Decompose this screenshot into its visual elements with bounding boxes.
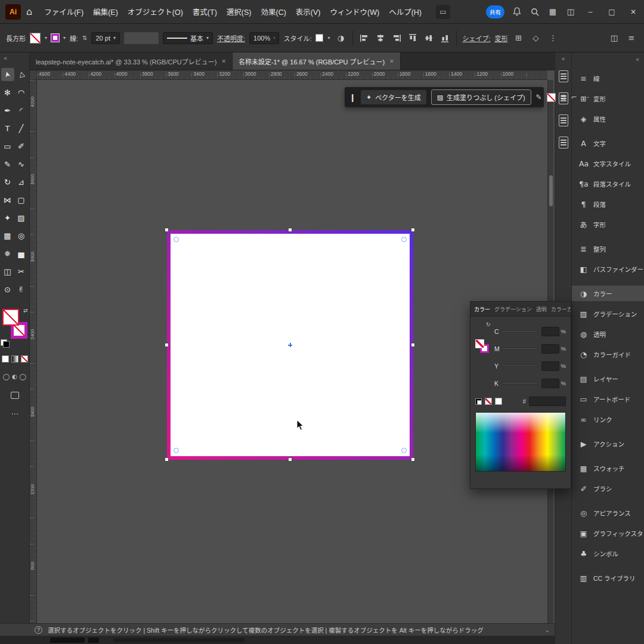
corner-widget-sw[interactable] bbox=[174, 448, 179, 453]
panel-tab-graphic-styles[interactable]: ▣グラフィックスタイル bbox=[572, 525, 644, 541]
menu-view[interactable]: 表示(V) bbox=[291, 4, 326, 20]
control-bar-menu-icon[interactable]: ≡ bbox=[625, 32, 638, 45]
selection-handle-e[interactable] bbox=[411, 343, 415, 347]
stroke-options-icon[interactable]: ≣ bbox=[561, 93, 566, 101]
collapse-strip-icon[interactable]: « bbox=[555, 52, 571, 70]
mesh-tool[interactable]: ▦ bbox=[1, 229, 14, 242]
pen-tool[interactable]: ✒ bbox=[1, 104, 14, 117]
menu-type[interactable]: 書式(T) bbox=[188, 4, 222, 20]
blend-tool[interactable]: ◎ bbox=[15, 229, 28, 242]
window-maximize-button[interactable]: □ bbox=[605, 8, 619, 16]
selection-handle-ne[interactable] bbox=[411, 228, 415, 232]
stroke-color-swatch[interactable] bbox=[51, 34, 59, 42]
width-tool[interactable]: ⋈ bbox=[1, 193, 14, 206]
cyan-slider[interactable] bbox=[501, 330, 538, 332]
stroke-weight-stepper[interactable]: ⇅ bbox=[82, 35, 87, 41]
document-tab-2[interactable]: 名称未設定-1* @ 16.67 % (RGB/CPU プレビュー) ✕ bbox=[233, 52, 401, 70]
edit-toolbar-icon[interactable]: ⋯ bbox=[0, 410, 29, 418]
selection-handle-se[interactable] bbox=[411, 457, 415, 462]
align-top-button[interactable] bbox=[407, 32, 419, 44]
yellow-value-field[interactable] bbox=[541, 361, 559, 371]
artboard-nav-field[interactable] bbox=[88, 637, 99, 643]
gradient-tool[interactable]: ▨ bbox=[15, 211, 28, 224]
document-tab-1[interactable]: leapstep-note-eyecatch.ai* @ 33.33 % (RG… bbox=[30, 52, 233, 70]
panel-tab-pathfinder[interactable]: ◧パスファインダー bbox=[572, 261, 644, 277]
hand-tool[interactable]: ✌ bbox=[15, 283, 28, 296]
align-middle-button[interactable] bbox=[423, 32, 435, 44]
draw-inside-icon[interactable]: ◯ bbox=[20, 373, 26, 380]
selection-handle-w[interactable] bbox=[165, 343, 169, 347]
scrollbar-thumb[interactable] bbox=[549, 175, 553, 206]
color-button[interactable] bbox=[2, 355, 9, 363]
panel-tab-gradient[interactable]: ▨グラデーション bbox=[572, 306, 644, 321]
panel-tab-color[interactable]: ◑カラー bbox=[572, 286, 644, 301]
magenta-value-field[interactable] bbox=[541, 344, 559, 354]
shaper-tool[interactable]: ∿ bbox=[15, 157, 28, 171]
more-options-icon[interactable]: ⋮ bbox=[547, 32, 560, 45]
selection-handle-sw[interactable] bbox=[165, 457, 169, 462]
menu-file[interactable]: ファイル(F) bbox=[39, 4, 88, 20]
free-transform-tool[interactable]: ▢ bbox=[15, 193, 28, 206]
rectangle-tool[interactable]: ▭ bbox=[1, 140, 14, 153]
tab-close-icon[interactable]: ✕ bbox=[389, 58, 394, 64]
menu-window[interactable]: ウィンドウ(W) bbox=[326, 4, 385, 20]
recolor-artwork-icon[interactable]: ◑ bbox=[334, 32, 347, 45]
shape-link[interactable]: シェイプ: bbox=[462, 33, 490, 43]
corner-widget-ne[interactable] bbox=[401, 237, 407, 242]
horizontal-ruler[interactable]: 4600440042004000380036003400320030002800… bbox=[37, 70, 547, 80]
panel-tab-artboards[interactable]: ▭アートボード bbox=[572, 391, 644, 407]
workspace-grid-icon[interactable]: ▦ bbox=[547, 7, 558, 17]
isolate-object-icon[interactable]: ◇ bbox=[530, 32, 543, 45]
none-swatch[interactable] bbox=[485, 398, 492, 405]
align-right-button[interactable] bbox=[391, 32, 402, 44]
slice-tool[interactable]: ✂ bbox=[15, 265, 28, 278]
hex-input[interactable] bbox=[529, 397, 566, 406]
transform-link[interactable]: 変形 bbox=[495, 33, 508, 43]
selection-tool[interactable]: ➤ bbox=[1, 68, 14, 81]
menu-select[interactable]: 選択(S) bbox=[222, 4, 256, 20]
dock-panel-icon[interactable]: ◫ bbox=[608, 32, 621, 45]
tab-close-icon[interactable]: ✕ bbox=[221, 58, 226, 64]
magenta-slider[interactable] bbox=[501, 348, 538, 349]
panel-layout-icon[interactable]: ◫ bbox=[565, 7, 576, 17]
magic-wand-tool[interactable]: ✻ bbox=[1, 86, 14, 99]
column-graph-tool[interactable]: ▅ bbox=[15, 247, 28, 260]
panel-tab-links[interactable]: ∞リンク bbox=[572, 411, 644, 427]
selection-handle-s[interactable] bbox=[288, 457, 292, 462]
ruler-corner[interactable] bbox=[30, 70, 37, 80]
yellow-slider[interactable] bbox=[501, 365, 538, 367]
panel-tab-paragraph-styles[interactable]: ¶a段落スタイル bbox=[572, 176, 644, 191]
panel-fill-swatch[interactable] bbox=[475, 339, 484, 348]
color-guide-tab[interactable]: カラーガイド bbox=[551, 305, 571, 313]
panel-tab-color-guide[interactable]: ◔カラーガイド bbox=[572, 346, 644, 362]
fill-color-swatch[interactable] bbox=[30, 33, 41, 44]
search-icon[interactable] bbox=[530, 7, 540, 17]
panel-tab-transparency[interactable]: ◍透明 bbox=[572, 326, 644, 342]
opacity-select[interactable]: 100% › bbox=[249, 32, 279, 44]
help-icon[interactable]: ? bbox=[35, 626, 42, 634]
opacity-link[interactable]: 不透明度: bbox=[217, 33, 245, 43]
line-segment-tool[interactable]: ╱ bbox=[15, 122, 28, 135]
panel-tab-stroke[interactable]: ≡線 bbox=[572, 70, 644, 86]
type-tool[interactable]: T bbox=[1, 122, 14, 135]
panel-tab-character-styles[interactable]: Aa文字スタイル bbox=[572, 156, 644, 171]
menu-edit[interactable]: 編集(E) bbox=[88, 4, 123, 20]
stroke-weight-select[interactable]: 20 pt ▾ bbox=[91, 32, 119, 44]
menu-effect[interactable]: 効果(C) bbox=[256, 4, 291, 20]
align-left-button[interactable] bbox=[358, 32, 370, 44]
default-fill-stroke-icon[interactable] bbox=[1, 339, 7, 346]
taskbar-drag-handle[interactable]: ❙ bbox=[349, 93, 356, 102]
document-icon-4[interactable] bbox=[559, 137, 568, 148]
corner-widget-nw[interactable] bbox=[174, 237, 179, 242]
panel-tab-symbols[interactable]: ♣シンボル bbox=[572, 546, 644, 561]
style-swatch[interactable] bbox=[315, 34, 323, 42]
zoom-tool[interactable]: ⊙ bbox=[1, 283, 14, 296]
color-tab[interactable]: カラー bbox=[474, 305, 490, 313]
transform-options-icon[interactable]: ⊞ bbox=[512, 32, 525, 45]
window-minimize-button[interactable]: – bbox=[583, 8, 597, 16]
artboard-tool[interactable]: ◫ bbox=[1, 265, 14, 278]
swap-fill-stroke-icon[interactable]: ⇄ bbox=[23, 308, 28, 314]
collapse-toolbar-icon[interactable]: « bbox=[0, 52, 29, 68]
screen-mode-icon[interactable] bbox=[11, 392, 19, 399]
panel-tab-brushes[interactable]: ✐ブラシ bbox=[572, 481, 644, 496]
